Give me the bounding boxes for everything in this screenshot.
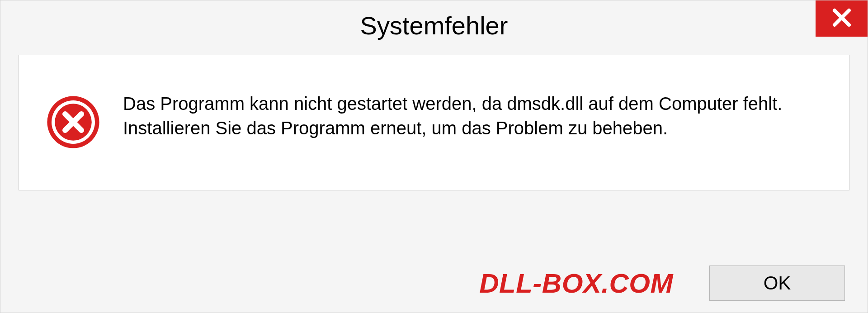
error-icon (46, 95, 100, 149)
titlebar: Systemfehler (0, 0, 868, 50)
close-button[interactable] (816, 0, 868, 37)
watermark-text: DLL-BOX.COM (479, 268, 673, 299)
error-message: Das Programm kann nicht gestartet werden… (123, 91, 822, 140)
close-icon (831, 7, 853, 30)
dialog-title: Systemfehler (360, 11, 508, 40)
ok-button[interactable]: OK (709, 266, 845, 301)
content-panel: Das Programm kann nicht gestartet werden… (19, 55, 849, 190)
dialog-footer: DLL-BOX.COM OK (0, 254, 868, 313)
